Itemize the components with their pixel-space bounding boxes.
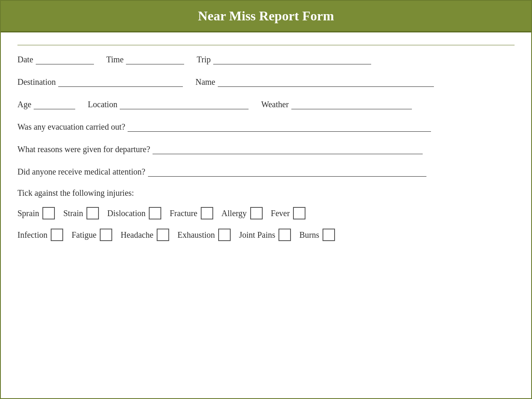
headache-checkbox[interactable] bbox=[157, 229, 169, 241]
burns-checkbox[interactable] bbox=[323, 229, 335, 241]
joint-pains-checkbox[interactable] bbox=[278, 229, 291, 241]
form-body: Date Time Trip Destination Name bbox=[1, 32, 531, 263]
departure-label: What reasons were given for departure? bbox=[17, 145, 150, 154]
headache-label: Headache bbox=[121, 230, 153, 240]
date-label: Date bbox=[17, 55, 33, 64]
trip-label: Trip bbox=[197, 55, 211, 64]
dislocation-label: Dislocation bbox=[107, 209, 145, 218]
row-evacuation: Was any evacuation carried out? bbox=[17, 121, 515, 132]
trip-input[interactable] bbox=[213, 54, 371, 64]
age-input[interactable] bbox=[34, 99, 75, 109]
injury-dislocation: Dislocation bbox=[107, 207, 162, 219]
evacuation-group: Was any evacuation carried out? bbox=[17, 121, 431, 132]
fracture-checkbox[interactable] bbox=[201, 207, 213, 219]
departure-input[interactable] bbox=[153, 143, 423, 154]
weather-group: Weather bbox=[261, 99, 411, 109]
name-label: Name bbox=[195, 77, 215, 87]
evacuation-input[interactable] bbox=[128, 121, 431, 132]
sprain-label: Sprain bbox=[17, 209, 39, 218]
row-date-time-trip: Date Time Trip bbox=[17, 54, 515, 64]
injury-sprain: Sprain bbox=[17, 207, 56, 219]
injury-allergy: Allergy bbox=[222, 207, 264, 219]
exhaustion-label: Exhaustion bbox=[177, 230, 215, 240]
name-input[interactable] bbox=[218, 76, 434, 87]
fever-label: Fever bbox=[271, 209, 290, 218]
date-input[interactable] bbox=[36, 54, 94, 64]
date-group: Date bbox=[17, 54, 94, 64]
destination-input[interactable] bbox=[58, 76, 183, 87]
location-label: Location bbox=[88, 100, 117, 109]
infection-label: Infection bbox=[17, 230, 47, 240]
medical-label: Did anyone receive medical attention? bbox=[17, 167, 145, 177]
infection-checkbox[interactable] bbox=[51, 229, 63, 241]
trip-group: Trip bbox=[197, 54, 371, 64]
allergy-label: Allergy bbox=[222, 209, 247, 218]
evacuation-label: Was any evacuation carried out? bbox=[17, 122, 125, 132]
row-departure: What reasons were given for departure? bbox=[17, 143, 515, 154]
location-input[interactable] bbox=[120, 99, 249, 109]
fatigue-checkbox[interactable] bbox=[100, 229, 112, 241]
medical-input[interactable] bbox=[148, 166, 426, 177]
fracture-label: Fracture bbox=[170, 209, 197, 218]
injury-strain: Strain bbox=[63, 207, 100, 219]
allergy-checkbox[interactable] bbox=[250, 207, 263, 219]
age-group: Age bbox=[17, 99, 75, 109]
weather-input[interactable] bbox=[291, 99, 412, 109]
location-group: Location bbox=[88, 99, 249, 109]
injury-joint-pains: Joint Pains bbox=[239, 229, 292, 241]
departure-group: What reasons were given for departure? bbox=[17, 143, 423, 154]
destination-label: Destination bbox=[17, 77, 56, 87]
row-medical: Did anyone receive medical attention? bbox=[17, 166, 515, 177]
dislocation-checkbox[interactable] bbox=[149, 207, 161, 219]
destination-group: Destination bbox=[17, 76, 183, 87]
injuries-section-label: Tick against the following injuries: bbox=[17, 188, 515, 198]
medical-group: Did anyone receive medical attention? bbox=[17, 166, 426, 177]
injuries-row-2: Infection Fatigue Headache Exhaustion Jo… bbox=[17, 229, 515, 241]
time-input[interactable] bbox=[126, 54, 184, 64]
time-group: Time bbox=[106, 54, 185, 64]
age-label: Age bbox=[17, 100, 31, 109]
joint-pains-label: Joint Pains bbox=[239, 230, 275, 240]
injury-fatigue: Fatigue bbox=[71, 229, 113, 241]
fatigue-label: Fatigue bbox=[71, 230, 96, 240]
injury-infection: Infection bbox=[17, 229, 64, 241]
form-title: Near Miss Report Form bbox=[9, 8, 523, 24]
injuries-row-1: Sprain Strain Dislocation Fracture Aller… bbox=[17, 207, 515, 219]
page-container: Near Miss Report Form Date Time Trip Des… bbox=[0, 0, 532, 399]
weather-label: Weather bbox=[261, 100, 288, 109]
header-divider bbox=[17, 45, 515, 45]
row-age-location-weather: Age Location Weather bbox=[17, 99, 515, 109]
time-label: Time bbox=[106, 55, 124, 64]
injury-headache: Headache bbox=[121, 229, 170, 241]
injury-burns: Burns bbox=[299, 229, 336, 241]
row-destination-name: Destination Name bbox=[17, 76, 515, 87]
name-group: Name bbox=[195, 76, 434, 87]
exhaustion-checkbox[interactable] bbox=[218, 229, 231, 241]
strain-label: Strain bbox=[63, 209, 83, 218]
strain-checkbox[interactable] bbox=[86, 207, 99, 219]
sprain-checkbox[interactable] bbox=[42, 207, 55, 219]
injury-exhaustion: Exhaustion bbox=[177, 229, 232, 241]
burns-label: Burns bbox=[299, 230, 319, 240]
injury-fracture: Fracture bbox=[170, 207, 214, 219]
injury-fever: Fever bbox=[271, 207, 307, 219]
fever-checkbox[interactable] bbox=[293, 207, 305, 219]
form-header: Near Miss Report Form bbox=[1, 1, 531, 32]
